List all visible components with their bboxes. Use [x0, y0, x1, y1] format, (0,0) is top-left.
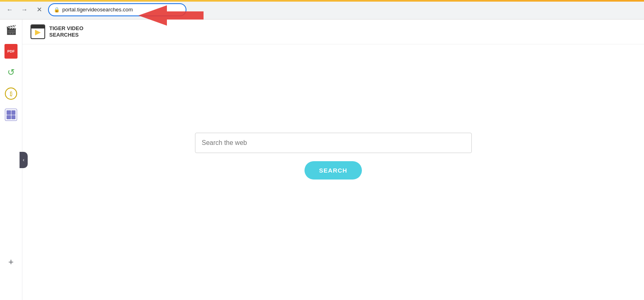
bitcoin-icon: ₿ [5, 88, 17, 100]
sidebar-item-bitcoin[interactable]: ₿ [4, 87, 18, 100]
search-input[interactable] [202, 139, 465, 147]
sidebar-item-pdf[interactable]: PDF [4, 45, 18, 58]
sidebar-item-calculator[interactable] [4, 108, 18, 121]
browser-top-accent-bar [0, 0, 644, 2]
close-button[interactable]: ✕ [33, 4, 45, 15]
site-header: TIGER VIDEO SEARCHES [22, 20, 644, 44]
sidebar-item-clapperboard[interactable]: 🎬 [4, 24, 18, 37]
search-input-wrapper [195, 133, 472, 153]
logo-container: TIGER VIDEO SEARCHES [31, 24, 83, 39]
clapperboard-icon: 🎬 [6, 25, 17, 35]
url-text: portal.tigervideosearches.com [62, 7, 133, 13]
pdf-icon: PDF [4, 44, 18, 59]
main-content: TIGER VIDEO SEARCHES SEARCH [22, 20, 644, 300]
address-bar[interactable]: 🔒 portal.tigervideosearches.com [48, 3, 186, 16]
sidebar-collapse-button[interactable]: ‹ [20, 152, 28, 168]
sidebar-item-arrows[interactable]: ↺ [4, 66, 18, 79]
back-button[interactable]: ← [4, 4, 15, 15]
lock-icon: 🔒 [54, 7, 60, 13]
page-layout: 🎬 PDF ↺ ₿ + ‹ [0, 20, 644, 300]
browser-chrome: ← → ✕ 🔒 portal.tigervideosearches.com [0, 0, 644, 20]
calculator-icon [5, 109, 17, 121]
refresh-arrows-icon: ↺ [7, 67, 15, 78]
search-area: SEARCH [22, 44, 644, 300]
forward-button[interactable]: → [19, 4, 30, 15]
search-button[interactable]: SEARCH [304, 161, 362, 180]
add-extension-button[interactable]: + [9, 257, 14, 267]
logo-text: TIGER VIDEO SEARCHES [49, 25, 83, 38]
logo-play-icon [35, 30, 41, 35]
logo-icon [31, 24, 45, 39]
sidebar-icons: 🎬 PDF ↺ ₿ + ‹ [0, 20, 22, 300]
